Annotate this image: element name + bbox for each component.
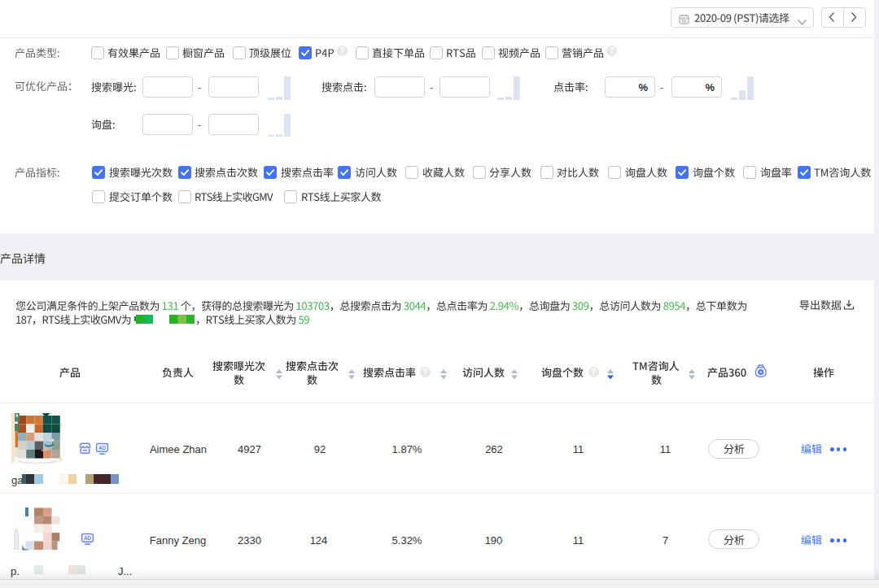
svg-text:AD: AD xyxy=(84,535,92,541)
